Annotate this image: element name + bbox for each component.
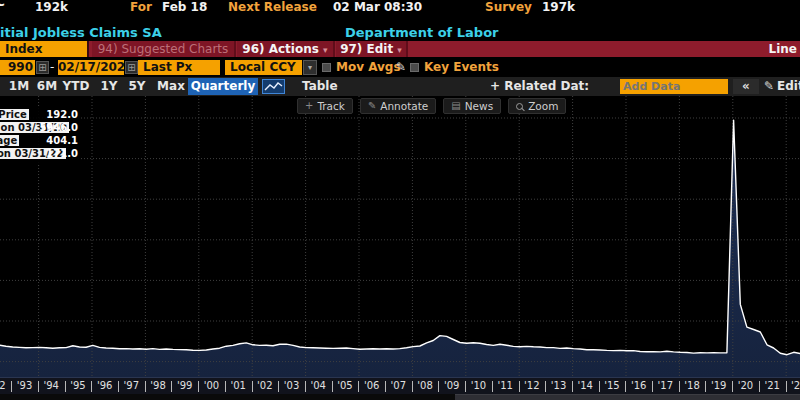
- x-axis-year-label: '95: [65, 378, 92, 394]
- horizontal-scrollbar[interactable]: [0, 394, 800, 400]
- menu-bar: Index 94) Suggested Charts 96) Actions ▾…: [0, 41, 800, 57]
- mov-avgs-checkbox[interactable]: [322, 63, 331, 72]
- calendar-icon[interactable]: ⊞: [36, 61, 49, 74]
- cropped-char: C: [0, 0, 5, 9]
- x-axis-year-label: '92: [0, 378, 11, 394]
- date-to-field[interactable]: 02/17/2023: [58, 60, 124, 75]
- release-info-bar: C 192k For Feb 18 Next Release 02 Mar 08…: [0, 0, 800, 15]
- for-label: For: [130, 0, 152, 14]
- x-axis-year-label: '93: [11, 378, 38, 394]
- chart-toolbar: +Track✎Annotate▤NewsZoom: [297, 98, 566, 114]
- x-axis-year-label: '98: [145, 378, 172, 394]
- calendar-icon[interactable]: ⊞: [125, 61, 138, 74]
- period-tab-bar: 1M6MYTD1Y5YMax Quarterly ▼ Table + Relat…: [0, 77, 800, 96]
- period-button-5y[interactable]: 5Y: [122, 77, 152, 96]
- period-button-1y[interactable]: 1Y: [94, 77, 124, 96]
- x-axis-year-label: '01: [225, 378, 252, 394]
- magnifier-icon: [516, 103, 523, 110]
- x-axis-year-label: '13: [545, 378, 572, 394]
- collapse-panel-button[interactable]: «: [733, 79, 759, 94]
- x-axis-year-label: '21: [759, 378, 786, 394]
- suggested-charts-button[interactable]: 94) Suggested Charts: [92, 41, 236, 57]
- x-axis-year-label: '96: [91, 378, 118, 394]
- last-value: 192k: [35, 0, 68, 14]
- edit-chart-button[interactable]: ✎Edit: [764, 77, 800, 96]
- date-from-field[interactable]: 990: [0, 60, 35, 75]
- index-button[interactable]: Index: [0, 41, 89, 57]
- chevron-down-icon: ▾: [397, 45, 402, 55]
- legend-value: 5946.0: [39, 122, 78, 134]
- field-bar: 990 ⊞ - 02/17/2023 ⊞ Last Px Local CCY ▾…: [0, 58, 800, 77]
- x-axis-year-label: '06: [358, 378, 385, 394]
- security-name: itial Jobless Claims SA: [0, 25, 162, 40]
- legend-row: Low on 03/31/22171.0: [0, 148, 79, 160]
- price-field-select[interactable]: Last Px: [138, 60, 220, 75]
- x-axis-year-label: '15: [599, 378, 626, 394]
- currency-dropdown-arrow[interactable]: ▾: [303, 60, 317, 75]
- annotate-button[interactable]: ✎Annotate: [360, 98, 436, 114]
- x-axis-year-label: '07: [385, 378, 412, 394]
- x-axis-band: '92'93'94'95'96'97'98'99'00'01'02'03'04'…: [0, 377, 800, 394]
- next-release-value: 02 Mar 08:30: [333, 0, 422, 14]
- x-axis-year-label: '94: [38, 378, 65, 394]
- track-button[interactable]: +Track: [297, 98, 353, 114]
- key-events-checkbox[interactable]: [410, 63, 419, 72]
- table-button[interactable]: Table: [302, 77, 338, 96]
- period-button-1m[interactable]: 1M: [4, 77, 34, 96]
- period-button-max[interactable]: Max: [152, 77, 190, 96]
- next-release-label: Next Release: [228, 0, 317, 14]
- security-name-bar: itial Jobless Claims SA Department of La…: [0, 25, 800, 41]
- x-axis-year-label: '97: [118, 378, 145, 394]
- key-events-label[interactable]: Key Events: [424, 60, 499, 75]
- x-axis-year-label: '11: [492, 378, 519, 394]
- x-axis-year-label: '10: [465, 378, 492, 394]
- legend-label-chip[interactable]: Last Price: [0, 109, 29, 120]
- for-date: Feb 18: [162, 0, 207, 14]
- crosshair-icon: +: [305, 99, 313, 113]
- x-axis-year-label: '19: [705, 378, 732, 394]
- chart-legend: Last Price192.0High on 03/31/205946.0Ave…: [0, 107, 81, 163]
- legend-value: 404.1: [46, 135, 78, 147]
- zoom-button[interactable]: Zoom: [508, 98, 566, 114]
- news-button[interactable]: ▤News: [443, 98, 501, 114]
- x-axis-year-label: '00: [198, 378, 225, 394]
- related-data-label[interactable]: + Related Dat:: [490, 77, 589, 96]
- x-axis-year-label: '14: [572, 378, 599, 394]
- x-axis-year-label: '16: [625, 378, 652, 394]
- chart-type-label: Line: [769, 41, 797, 57]
- chevron-down-icon: ▾: [323, 45, 328, 55]
- pencil-icon[interactable]: ✎: [396, 60, 406, 75]
- x-axis-year-label: '12: [519, 378, 546, 394]
- x-axis-year-label: '03: [278, 378, 305, 394]
- period-button-ytd[interactable]: YTD: [58, 77, 94, 96]
- x-axis-year-label: '08: [412, 378, 439, 394]
- x-axis-year-label: '22: [786, 378, 800, 394]
- jobless-claims-area-chart[interactable]: [0, 96, 800, 377]
- x-axis-year-label: '17: [652, 378, 679, 394]
- legend-value: 171.0: [46, 148, 78, 160]
- x-axis-year-label: '09: [438, 378, 465, 394]
- mov-avgs-label[interactable]: Mov Avgs: [336, 60, 401, 75]
- line-chart-icon-button[interactable]: [262, 79, 285, 94]
- x-axis-year-label: '20: [732, 378, 759, 394]
- legend-row: Last Price192.0: [0, 109, 79, 121]
- pencil-icon: ✎: [368, 99, 376, 113]
- actions-button[interactable]: 96) Actions ▾: [237, 41, 335, 57]
- add-data-input[interactable]: [620, 79, 728, 94]
- frequency-select[interactable]: Quarterly ▼: [188, 78, 258, 95]
- pencil-icon: ✎: [764, 79, 774, 93]
- x-axis-year-label: '04: [305, 378, 332, 394]
- chart-plot-area[interactable]: +Track✎Annotate▤NewsZoom Last Price192.0…: [0, 96, 800, 377]
- news-icon: ▤: [451, 99, 460, 113]
- legend-label-chip[interactable]: Average: [0, 135, 19, 146]
- legend-row: High on 03/31/205946.0: [0, 122, 79, 134]
- security-source: Department of Labor: [345, 25, 499, 40]
- x-axis-year-label: '02: [252, 378, 279, 394]
- edit-button[interactable]: 97) Edit ▾: [336, 41, 408, 57]
- legend-value: 192.0: [46, 109, 78, 121]
- scrollbar-thumb[interactable]: [455, 394, 800, 400]
- currency-select[interactable]: Local CCY: [225, 60, 302, 75]
- survey-value: 197k: [542, 0, 575, 14]
- date-range-separator: -: [50, 60, 54, 74]
- x-axis-year-label: '05: [332, 378, 359, 394]
